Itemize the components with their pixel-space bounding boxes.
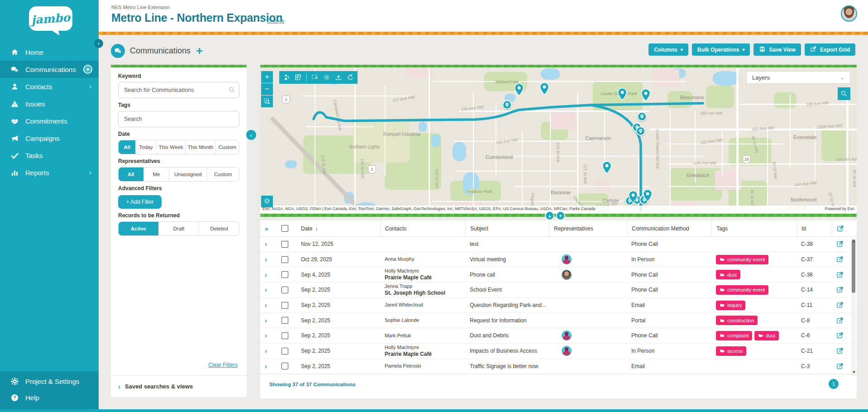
row-expand-cell[interactable]: › — [260, 267, 277, 282]
keyword-search-input[interactable] — [118, 82, 239, 98]
select-all-checkbox[interactable] — [281, 225, 288, 232]
sidebar-item-communications[interactable]: Communications+ — [0, 61, 99, 78]
chevron-right-icon[interactable]: › — [265, 317, 267, 324]
export-grid-button[interactable]: Export Grid — [805, 43, 855, 56]
table-row[interactable]: ›Nov 12, 2025testPhone CallC-38 — [260, 237, 857, 252]
map-zoom-in-button[interactable]: + — [261, 71, 273, 83]
column-header-communication-method[interactable]: Communication Method — [627, 220, 711, 236]
map-rectangle-select-icon[interactable] — [310, 72, 320, 83]
date-filter-this-week[interactable]: This Week — [156, 140, 185, 154]
column-header-contacts[interactable]: Contacts — [380, 220, 465, 236]
columns-button[interactable]: Columns▾ — [649, 43, 688, 56]
map-select-features-icon[interactable] — [281, 72, 292, 83]
map[interactable]: Esri, NASA, NGA, USGS, FEMA | Esri Canad… — [260, 67, 857, 211]
row-checkbox[interactable] — [281, 302, 288, 309]
row-expand-cell[interactable]: › — [260, 359, 277, 374]
records-filter-deleted[interactable]: Deleted — [199, 222, 239, 235]
map-upload-icon[interactable] — [333, 72, 344, 83]
chevron-right-icon[interactable]: › — [265, 286, 267, 293]
reps-filter-me[interactable]: Me — [143, 168, 169, 181]
clear-filters-link[interactable]: Clear Filters — [208, 362, 238, 368]
expand-all-header[interactable]: » — [260, 220, 277, 236]
row-edit-button[interactable] — [832, 313, 851, 328]
collapse-map-button[interactable]: ▼ — [556, 211, 565, 220]
jambo-logo[interactable]: jambo — [29, 6, 72, 31]
map-pin-marker[interactable] — [539, 82, 550, 96]
date-filter-this-month[interactable]: This Month — [185, 140, 215, 154]
chevron-right-icon[interactable]: › — [265, 256, 267, 263]
chevron-right-icon[interactable]: › — [265, 332, 267, 339]
table-row[interactable]: ›Sep 4, 2025Holly MacIntyrePrairie Maple… — [260, 267, 857, 283]
date-filter-all[interactable]: All — [119, 140, 135, 154]
reps-filter-all[interactable]: All — [119, 168, 143, 181]
chevron-right-icon[interactable]: › — [265, 347, 267, 355]
sidebar-item-reports[interactable]: Reports› — [0, 164, 99, 181]
table-row[interactable]: ›Oct 29, 2025Anna MurphyVirtual meetingI… — [260, 252, 857, 268]
row-checkbox[interactable] — [281, 287, 288, 293]
user-avatar[interactable] — [841, 5, 857, 22]
add-filter-button[interactable]: + Add Filter — [118, 195, 162, 209]
row-expand-cell[interactable]: › — [260, 313, 277, 328]
chevron-right-icon[interactable]: › — [265, 240, 267, 248]
row-edit-button[interactable] — [832, 283, 851, 297]
column-header-tags[interactable]: Tags — [711, 220, 796, 236]
column-header-subject[interactable]: Subject — [465, 220, 549, 236]
sidebar-item-help[interactable]: ?Help — [0, 389, 99, 406]
table-row[interactable]: ›Sep 2, 2025Pamela PetroskiTraffic Signa… — [260, 359, 857, 374]
table-row[interactable]: ›Sep 2, 2025Sophie LalondeRequest for In… — [260, 313, 857, 328]
row-checkbox[interactable] — [281, 363, 288, 369]
map-circle-marker[interactable] — [502, 100, 512, 110]
sidebar-item-tasks[interactable]: Tasks — [0, 147, 99, 164]
date-filter-custom[interactable]: Custom — [215, 140, 239, 154]
bulk-operations-button[interactable]: Bulk Operations▾ — [692, 43, 750, 56]
map-refresh-icon[interactable] — [345, 72, 356, 83]
map-zoom-out-button[interactable]: − — [261, 83, 273, 95]
reps-filter-unassigned[interactable]: Unassigned — [169, 168, 207, 181]
row-edit-button[interactable] — [832, 267, 851, 282]
sidebar-collapse-button[interactable]: ‹ — [94, 39, 103, 48]
row-expand-cell[interactable]: › — [260, 328, 277, 343]
row-checkbox[interactable] — [281, 241, 288, 248]
row-edit-button[interactable] — [832, 359, 851, 374]
save-view-button[interactable]: Save View — [754, 43, 801, 56]
change-project-link[interactable]: Change — [267, 18, 285, 24]
map-pin-marker[interactable] — [640, 88, 651, 102]
sidebar-item-campaigns[interactable]: Campaigns — [0, 129, 99, 147]
tags-search-input[interactable] — [118, 111, 239, 127]
chevron-right-icon[interactable]: › — [265, 363, 267, 370]
layers-dropdown[interactable]: Layers ⌄ — [746, 71, 850, 84]
row-checkbox[interactable] — [281, 317, 288, 324]
records-filter-draft[interactable]: Draft — [158, 222, 199, 235]
sidebar-item-contacts[interactable]: Contacts› — [0, 78, 99, 95]
map-pin-marker[interactable] — [617, 87, 628, 101]
scroll-up-icon[interactable]: ▲ — [851, 239, 857, 243]
sort-descending-icon[interactable]: ↓ — [315, 225, 318, 232]
reps-filter-custom[interactable]: Custom — [207, 168, 239, 181]
grid-scrollbar-thumb[interactable] — [852, 240, 855, 293]
row-checkbox[interactable] — [281, 256, 288, 263]
sidebar-item-commitments[interactable]: Commitments — [0, 112, 99, 129]
page-1-button[interactable]: 1 — [829, 379, 839, 389]
row-edit-button[interactable] — [832, 344, 851, 359]
column-header-representatives[interactable]: Representatives — [549, 220, 627, 236]
map-pin-marker[interactable] — [642, 189, 653, 202]
row-expand-cell[interactable]: › — [260, 252, 277, 267]
row-expand-cell[interactable]: › — [260, 237, 277, 252]
map-pin-marker[interactable] — [601, 161, 612, 174]
sidebar-item-project-settings[interactable]: Project & Settings — [0, 373, 99, 389]
table-row[interactable]: ›Sep 2, 2025Mark PetlukDust and DebrisPh… — [260, 328, 857, 344]
add-communication-button[interactable]: + — [196, 46, 203, 55]
map-circle-marker[interactable] — [637, 112, 647, 121]
sidebar-item-home[interactable]: Home — [0, 43, 99, 61]
map-search-area-button[interactable] — [261, 96, 273, 107]
row-expand-cell[interactable]: › — [260, 344, 277, 359]
table-row[interactable]: ›Sep 2, 2025Jenna TrappSt. Joseph High S… — [260, 283, 857, 298]
records-filter-active[interactable]: Active — [119, 222, 158, 235]
column-header-date[interactable]: Date ↓ — [296, 220, 380, 236]
sidebar-item-issues[interactable]: Issues — [0, 95, 99, 112]
chevron-right-icon[interactable]: › — [265, 271, 267, 278]
filter-panel-collapse-button[interactable]: ‹ — [246, 130, 256, 140]
grid-scrollbar[interactable] — [851, 238, 856, 376]
map-circle-marker[interactable] — [636, 126, 645, 136]
map-polygon-clear-icon[interactable] — [321, 72, 332, 83]
